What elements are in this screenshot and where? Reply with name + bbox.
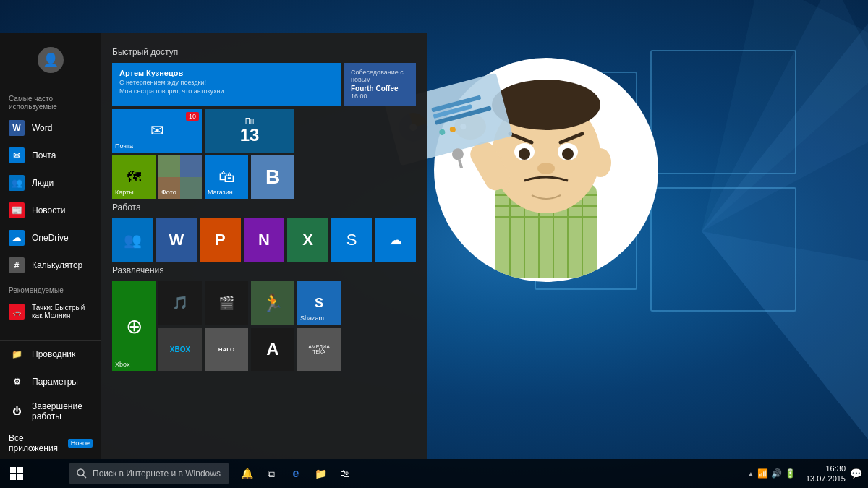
all-apps-badge: Новое [68,439,93,448]
onedrive-label: OneDrive [32,233,69,243]
entertainment-section-label: Развлечения [112,265,416,275]
mail-icon: ✉ [9,147,25,163]
halo-icon: XBOX [169,344,192,355]
search-icon [77,468,87,479]
tile-mediatek[interactable]: АМЕДИАТЕКА [297,328,341,371]
onedrive-icon: ☁ [9,230,25,246]
sidebar-item-onedrive[interactable]: ☁ OneDrive [0,224,101,252]
sidebar-item-news[interactable]: 📰 Новости [0,197,101,224]
tray-wifi-icon: 📶 [757,468,768,479]
sidebar-item-mail[interactable]: ✉ Почта [0,142,101,169]
cars-icon: 🚗 [9,304,25,320]
sidebar-item-people[interactable]: 👥 Люди [0,169,101,197]
tile-meeting[interactable]: Собеседование с новым Fourth Coffee 16:0… [344,63,416,106]
tiles-row-1: ✉ Почта 10 Пн 13 [112,109,416,153]
sidebar-item-cars[interactable]: 🚗 Тачки: Быстрый как Молния [0,298,101,325]
tile-maps-label: Карты [115,189,134,196]
tile-music[interactable]: 🎵 [158,281,202,325]
news-icon: 📰 [9,202,25,218]
taskbar-store-icon[interactable]: 🛍 [334,463,356,484]
tile-word[interactable]: W [156,218,197,262]
start-menu-left-panel: 👤 Самые часто используемые W Word ✉ Почт… [0,33,101,459]
tile-halo-small[interactable]: XBOX [158,328,202,371]
svg-rect-37 [10,474,16,480]
tile-font-app[interactable]: A [251,328,294,371]
tile-meeting-company: Fourth Coffee [351,85,409,93]
tile-vk[interactable]: В [251,155,294,199]
tile-user-card[interactable]: Артем Кузнецов С нетерпением жду поездки… [112,63,341,106]
tile-excel[interactable]: X [287,218,328,262]
tile-maps[interactable]: 🗺 Карты [112,155,156,199]
tile-game1[interactable]: 🏃 [251,281,294,325]
taskbar-explorer-icon[interactable]: 📁 [310,463,331,484]
tile-film[interactable]: 🎬 [205,281,248,325]
svg-point-30 [519,148,530,160]
tile-powerpoint[interactable]: P [200,218,241,262]
tile-user-msg: С нетерпением жду поездки!Моя сестра гов… [119,79,333,95]
shutdown-label: Завершение работы [32,401,93,421]
ppt-bar-chart [431,93,495,137]
tile-wolf[interactable]: HALO [205,328,248,371]
cars-label: Тачки: Быстрый как Молния [32,304,93,320]
tile-shazam[interactable]: S Shazam [297,281,341,325]
sidebar-item-explorer[interactable]: 📁 Проводник [0,341,101,368]
tile-excel-icon: X [302,231,313,249]
svg-point-24 [590,148,611,177]
taskbar-app-icons: 🔔 ⧉ e 📁 🛍 [236,463,356,484]
taskbar-edge-icon[interactable]: e [285,463,307,484]
taskbar-notification-icon[interactable]: 🔔 [236,463,258,484]
font-icon: A [266,339,278,359]
sidebar-item-all-apps[interactable]: Все приложения Новое [0,427,101,459]
action-center-icon[interactable]: 💬 [850,468,862,479]
tile-skype[interactable]: S [331,218,373,262]
sidebar-item-calc[interactable]: # Калькулятор [0,252,101,279]
tile-xbox[interactable]: ⊕ Xbox [112,281,156,371]
taskbar-task-view-icon[interactable]: ⧉ [260,463,282,484]
tile-shazam-label: Shazam [300,314,324,322]
tile-mail[interactable]: ✉ Почта 10 [112,109,202,153]
tile-meeting-time: 16:00 [351,93,409,100]
tray-sound-icon: 🔊 [771,468,782,479]
tray-arrow[interactable]: ▲ [747,470,754,478]
tiles-row-entertainment: ⊕ Xbox 🎵 🎬 XBOX [112,281,416,371]
tile-people[interactable]: 👥 [112,218,153,262]
tiles-row-2: 🗺 Карты Фото 🛍 Магазин [112,155,416,199]
tray-battery-icon: 🔋 [785,468,796,479]
start-menu: 👤 Самые часто используемые W Word ✉ Почт… [0,33,427,459]
start-user-avatar[interactable]: 👤 [38,47,64,73]
music-icon: 🎵 [172,295,188,311]
svg-point-10 [451,147,465,161]
people-label: Люди [32,178,54,188]
tile-store[interactable]: Фото [158,155,202,199]
tile-calendar[interactable]: Пн 13 [205,109,294,153]
svg-rect-5 [651,51,796,174]
calendar-day-num: 13 [240,125,260,145]
svg-line-11 [459,160,461,168]
start-button[interactable] [0,459,33,488]
tile-onedrive-work[interactable]: ☁ [375,218,416,262]
svg-rect-35 [10,467,16,473]
mediatek-label: АМЕДИАТЕКА [308,344,330,354]
film-icon: 🎬 [218,295,234,311]
svg-rect-38 [17,474,23,480]
word-label: Word [32,123,52,133]
tile-onenote[interactable]: N [244,218,285,262]
sidebar-item-word[interactable]: W Word [0,114,101,142]
entertainment-small-tiles: 🎵 🎬 XBOX HALO [158,281,248,371]
taskbar-clock[interactable]: 16:30 13.07.2015 [806,463,846,484]
svg-rect-7 [651,188,796,311]
sidebar-item-settings[interactable]: ⚙ Параметры [0,368,101,395]
taskbar-search-box[interactable]: Поиск в Интернете и в Windows [69,463,229,484]
xbox-icon: ⊕ [126,314,142,338]
settings-icon: ⚙ [9,374,25,390]
explorer-label: Проводник [32,349,75,359]
all-apps-label: Все приложения [9,433,61,453]
tile-skype-icon: S [346,231,357,249]
windows-start-icon [10,467,23,480]
taskbar-search-text: Поиск в Интернете и в Windows [93,468,221,479]
people-icon: 👥 [9,175,25,191]
sidebar-item-shutdown[interactable]: ⏻ Завершение работы [0,395,101,427]
tile-ms-store[interactable]: 🛍 Магазин [205,155,248,199]
shazam-icon: S [315,296,323,311]
tile-word-icon: W [169,231,184,249]
